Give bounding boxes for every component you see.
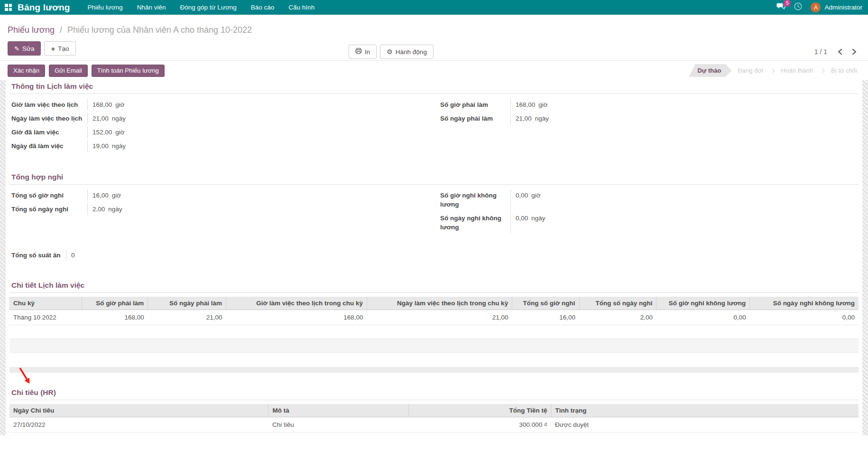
expense-table-header: Ngày Chi tiêu Mô tả Tổng Tiền tệ Tình tr… [9, 404, 859, 417]
user-name: Administrator [824, 4, 862, 11]
section-divider [9, 367, 859, 373]
schedule-table-row[interactable]: Tháng 10 2022 168,00 21,00 168,00 21,00 … [9, 310, 859, 325]
section-title-work-info: Thông tin Lịch làm việc [9, 82, 859, 94]
activities-button[interactable] [794, 2, 802, 12]
gear-icon: ⚙ [387, 48, 393, 55]
column-header[interactable]: Tình trạng [551, 404, 859, 417]
schedule-table-header: Chu kỳ Số giờ phải làm Số ngày phải làm … [9, 297, 859, 310]
sheet-right-margin [862, 80, 868, 435]
column-header[interactable]: Tổng Tiền tệ [408, 404, 551, 417]
app-brand[interactable]: Bảng lương [18, 2, 70, 13]
empty-row [9, 433, 859, 436]
empty-row [9, 339, 859, 353]
breadcrumb-parent-link[interactable]: Phiếu lương [8, 25, 55, 35]
control-panel: Phiếu lương / Phiếu lương của Nhân viên … [0, 15, 868, 61]
apps-menu-icon[interactable] [5, 4, 12, 11]
menu-dong-gop[interactable]: Đóng góp từ Lương [173, 0, 244, 15]
column-header[interactable]: Số ngày nghỉ không lương [750, 297, 859, 310]
field-ngay-da-lam-viec: Ngày đã làm việc 19,00ngày [11, 140, 428, 152]
column-header[interactable]: Số giờ phải làm [82, 297, 148, 310]
avatar: A [811, 2, 821, 12]
record-action-buttons: In ⚙ Hành động [349, 45, 434, 59]
messages-button[interactable]: 5 [776, 3, 785, 12]
messages-count-badge: 5 [784, 0, 791, 7]
top-navbar: Bảng lương Phiếu lương Nhân viên Đóng gó… [0, 0, 868, 15]
expense-table: Ngày Chi tiêu Mô tả Tổng Tiền tệ Tình tr… [9, 404, 859, 435]
breadcrumb-separator: / [60, 25, 62, 35]
section-title-expense: Chi tiêu (HR) [9, 388, 859, 400]
field-tong-so-ngay-nghi: Tổng số ngày nghỉ 2,00ngày [11, 203, 428, 215]
field-gio-lam-viec-theo-lich: Giờ làm việc theo lịch 168,00giờ [11, 99, 428, 111]
column-header[interactable]: Tổng số giờ nghỉ [512, 297, 579, 310]
section-title-leave-summary: Tổng hợp nghỉ [9, 173, 859, 185]
pager-next-icon[interactable] [852, 48, 857, 55]
column-header[interactable]: Ngày Chi tiêu [9, 404, 268, 417]
state-done[interactable]: Hoàn thành [775, 64, 819, 77]
expense-table-row[interactable]: 27/10/2022 Chi tiêu 300.000 ₫ Được duyệt [9, 417, 859, 433]
state-draft[interactable]: Dự thảo [689, 64, 732, 77]
field-so-gio-nghi-khong-luong: Số giờ nghỉ không lương 0,00giờ [440, 189, 857, 210]
field-ngay-lam-viec-theo-lich: Ngày làm việc theo lịch 21,00ngày [11, 113, 428, 124]
field-so-ngay-nghi-khong-luong: Số ngày nghỉ không lương 0,00ngày [440, 212, 857, 233]
statusbar: Xác nhận Gửi Email Tính toán Phiếu lương… [0, 61, 868, 80]
breadcrumb: Phiếu lương / Phiếu lương của Nhân viên … [8, 25, 857, 35]
column-header[interactable]: Mô tả [268, 404, 408, 417]
state-waiting[interactable]: Đang đợi [731, 64, 769, 77]
printer-icon [355, 48, 362, 56]
pencil-icon: ✎ [14, 45, 19, 52]
section-title-schedule-detail: Chi tiết Lịch làm việc [9, 281, 859, 293]
action-button[interactable]: ⚙ Hành động [380, 45, 434, 59]
breadcrumb-current: Phiếu lương của Nhân viên A cho tháng 10… [67, 25, 252, 35]
main-menu: Phiếu lương Nhân viên Đóng góp từ Lương … [81, 0, 322, 15]
pager-counter: 1 / 1 [814, 48, 827, 56]
chevron-right-icon [819, 68, 824, 73]
column-header[interactable]: Số giờ nghỉ không lương [656, 297, 750, 310]
chevron-right-icon [769, 68, 775, 73]
menu-bao-cao[interactable]: Báo cáo [244, 0, 282, 15]
schedule-detail-table: Chu kỳ Số giờ phải làm Số ngày phải làm … [9, 297, 859, 353]
create-button[interactable]: + Tạo [44, 41, 75, 56]
print-button[interactable]: In [349, 45, 377, 59]
field-so-ngay-phai-lam: Số ngày phải làm 21,00ngày [440, 113, 857, 124]
field-tong-so-gio-nghi: Tổng số giờ nghỉ 16,00giờ [11, 189, 428, 201]
field-gio-da-lam-viec: Giờ đã làm việc 152,00giờ [11, 126, 428, 138]
menu-nhan-vien[interactable]: Nhân viên [130, 0, 173, 15]
form-sheet: Thông tin Lịch làm việc Giờ làm việc the… [6, 80, 862, 435]
menu-phieu-luong[interactable]: Phiếu lương [81, 0, 130, 15]
send-email-button[interactable]: Gửi Email [49, 65, 88, 77]
menu-cau-hinh[interactable]: Cấu hình [281, 0, 322, 15]
column-header[interactable]: Giờ làm việc theo lịch trong chu kỳ [226, 297, 367, 310]
state-refused[interactable]: Bị từ chối [825, 64, 863, 77]
pager: 1 / 1 [814, 48, 857, 56]
pager-previous-icon[interactable] [838, 48, 842, 55]
clock-icon [794, 2, 802, 12]
field-tong-so-suat-an: Tổng số suất ăn 0 [11, 249, 857, 261]
column-header[interactable]: Số ngày phải làm [148, 297, 226, 310]
user-menu[interactable]: A Administrator [811, 2, 862, 12]
field-so-gio-phai-lam: Số giờ phải làm 168,00giờ [440, 99, 857, 111]
confirm-button[interactable]: Xác nhận [8, 65, 45, 77]
column-header[interactable]: Chu kỳ [9, 297, 82, 310]
column-header[interactable]: Ngày làm việc theo lịch trong chu kỳ [367, 297, 512, 310]
sheet-left-margin [0, 80, 6, 435]
plus-icon: + [51, 45, 55, 53]
state-pipeline: Dự thảo Đang đợi Hoàn thành Bị từ chối [689, 64, 863, 77]
edit-button[interactable]: ✎ Sửa [8, 41, 41, 56]
compute-payslip-button[interactable]: Tính toán Phiếu lương [92, 65, 165, 77]
column-header[interactable]: Tổng số ngày nghỉ [579, 297, 656, 310]
empty-row [9, 325, 859, 339]
